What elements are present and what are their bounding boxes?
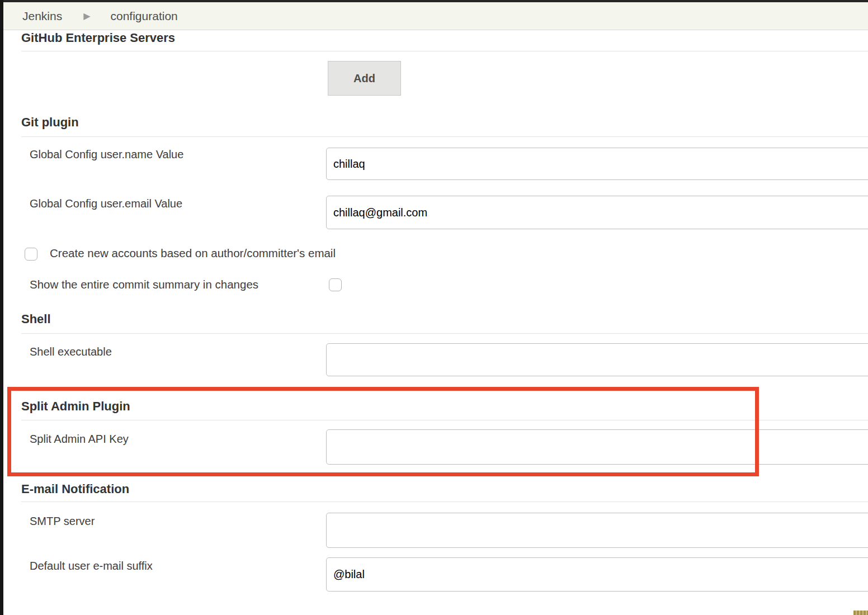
breadcrumb-configuration-link[interactable]: configuration [111, 10, 178, 23]
create-accounts-checkbox[interactable] [25, 248, 37, 261]
email-suffix-input[interactable] [326, 557, 868, 592]
section-divider [21, 333, 868, 334]
user-name-input[interactable] [326, 148, 868, 180]
split-admin-api-key-input[interactable] [326, 429, 868, 465]
section-divider [21, 420, 868, 420]
user-email-input[interactable] [326, 196, 868, 229]
split-admin-api-key-label: Split Admin API Key [30, 433, 129, 446]
jenkins-configuration-page: Jenkins ▶ configuration GitHub Enterpris… [0, 0, 868, 615]
add-button[interactable]: Add [328, 61, 401, 96]
section-title-github-enterprise-servers: GitHub Enterprise Servers [21, 31, 175, 45]
section-title-split-admin-plugin: Split Admin Plugin [21, 399, 130, 414]
section-title-git-plugin: Git plugin [21, 115, 79, 130]
user-name-label: Global Config user.name Value [30, 148, 183, 161]
smtp-server-input[interactable] [326, 513, 868, 548]
breadcrumb: Jenkins ▶ configuration [0, 2, 868, 30]
section-divider [21, 502, 868, 502]
breadcrumb-jenkins-link[interactable]: Jenkins [22, 10, 62, 23]
user-email-label: Global Config user.email Value [30, 197, 182, 210]
commit-summary-checkbox[interactable] [329, 278, 342, 291]
section-title-email-notification: E-mail Notification [21, 482, 129, 496]
clipped-gold-icon [853, 611, 868, 615]
section-title-shell: Shell [21, 312, 51, 327]
shell-executable-input[interactable] [326, 343, 868, 376]
chevron-right-icon: ▶ [83, 11, 90, 21]
section-divider [21, 136, 868, 137]
commit-summary-label: Show the entire commit summary in change… [30, 278, 258, 291]
shell-executable-label: Shell executable [30, 346, 112, 358]
window-edge-left [0, 0, 3, 615]
smtp-server-label: SMTP server [30, 515, 95, 528]
email-suffix-label: Default user e-mail suffix [30, 560, 153, 573]
section-divider [21, 51, 868, 51]
create-accounts-label: Create new accounts based on author/comm… [50, 247, 336, 260]
